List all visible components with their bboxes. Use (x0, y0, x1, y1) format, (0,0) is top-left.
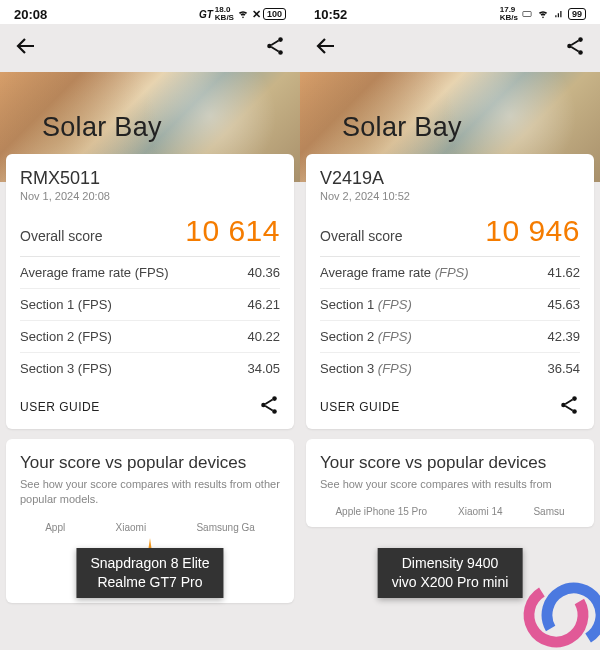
metric-row: Section 2 (FPS)40.22 (20, 321, 280, 353)
metric-row: Average frame rate (FPS)41.62 (320, 257, 580, 289)
caption-right: Dimensity 9400vivo X200 Pro mini (378, 548, 523, 598)
watermark-logo (520, 570, 600, 650)
svg-rect-6 (523, 12, 531, 17)
status-bar: 10:52 17.9KB/s 99 (300, 0, 600, 24)
compare-subtitle: See how your score compares with results… (20, 477, 280, 508)
benchmark-title: Solar Bay (342, 112, 462, 143)
benchmark-title: Solar Bay (42, 112, 162, 143)
chart-labels: ApplXiaomiSamsung Ga (20, 522, 280, 533)
compare-title: Your score vs popular devices (20, 453, 280, 473)
wifi-icon (236, 9, 250, 19)
user-guide-link[interactable]: USER GUIDE (20, 400, 100, 414)
overall-score-value: 10 946 (485, 214, 580, 248)
back-icon[interactable] (314, 34, 338, 62)
user-guide-link[interactable]: USER GUIDE (320, 400, 400, 414)
compare-subtitle: See how your score compares with results… (320, 477, 580, 492)
volte-icon (520, 9, 534, 19)
metric-row: Average frame rate (FPS)40.36 (20, 257, 280, 289)
metric-row: Section 1 (FPS)45.63 (320, 289, 580, 321)
overall-score-value: 10 614 (185, 214, 280, 248)
share-icon[interactable] (264, 35, 286, 61)
results-card: V2419A Nov 2, 2024 10:52 Overall score 1… (306, 154, 594, 429)
user-guide-row: USER GUIDE (20, 384, 280, 419)
compare-card: Your score vs popular devices See how yo… (306, 439, 594, 527)
signal-icon (552, 9, 566, 19)
device-date: Nov 1, 2024 20:08 (20, 190, 280, 202)
metric-row: Section 3 (FPS)34.05 (20, 353, 280, 384)
status-time: 20:08 (14, 7, 47, 22)
overall-score-row: Overall score 10 614 (20, 202, 280, 257)
device-date: Nov 2, 2024 10:52 (320, 190, 580, 202)
results-card: RMX5011 Nov 1, 2024 20:08 Overall score … (6, 154, 294, 429)
close-x-icon: ✕ (252, 8, 261, 21)
nav-bar (0, 24, 300, 72)
share-icon[interactable] (558, 394, 580, 419)
caption-left: Snapdragon 8 EliteRealme GT7 Pro (76, 548, 223, 598)
share-icon[interactable] (564, 35, 586, 61)
overall-score-row: Overall score 10 946 (320, 202, 580, 257)
battery-icon: 100 (263, 8, 286, 20)
wifi-icon (536, 9, 550, 19)
metric-row: Section 3 (FPS)36.54 (320, 353, 580, 384)
device-name: V2419A (320, 168, 580, 189)
chart-labels: Apple iPhone 15 ProXiaomi 14Samsu (320, 506, 580, 517)
metric-row: Section 1 (FPS)46.21 (20, 289, 280, 321)
status-bar: 20:08 GT 18.0KB/S ✕ 100 (0, 0, 300, 24)
phone-left: 20:08 GT 18.0KB/S ✕ 100 Solar Bay RMX501… (0, 0, 300, 650)
metric-row: Section 2 (FPS)42.39 (320, 321, 580, 353)
nav-bar (300, 24, 600, 72)
gt-badge: GT (199, 9, 213, 20)
status-indicators: 17.9KB/s 99 (500, 6, 586, 22)
overall-score-label: Overall score (320, 228, 402, 244)
share-icon[interactable] (258, 394, 280, 419)
compare-title: Your score vs popular devices (320, 453, 580, 473)
overall-score-label: Overall score (20, 228, 102, 244)
user-guide-row: USER GUIDE (320, 384, 580, 419)
status-time: 10:52 (314, 7, 347, 22)
device-name: RMX5011 (20, 168, 280, 189)
status-indicators: GT 18.0KB/S ✕ 100 (199, 6, 286, 22)
phone-right: 10:52 17.9KB/s 99 Solar Bay V2419A Nov 2… (300, 0, 600, 650)
back-icon[interactable] (14, 34, 38, 62)
battery-icon: 99 (568, 8, 586, 20)
